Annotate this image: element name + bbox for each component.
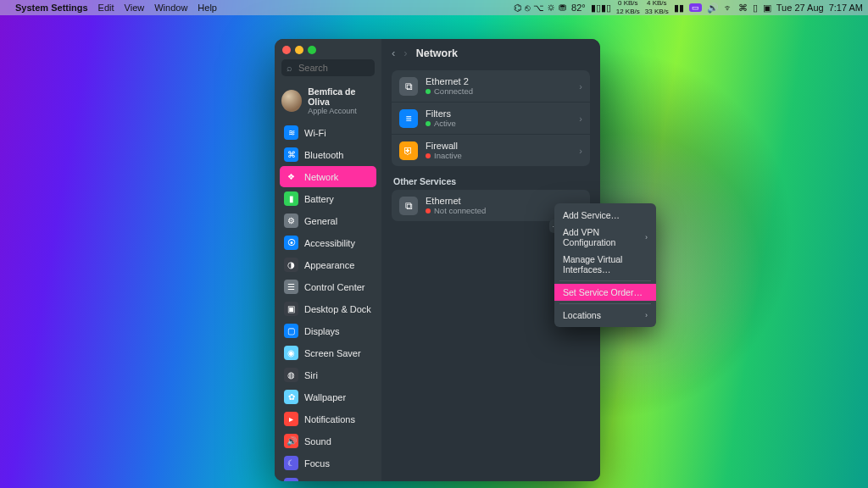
sidebar-item-appearance[interactable]: ◑Appearance — [280, 254, 376, 275]
sidebar-item-screen-saver[interactable]: ◉Screen Saver — [280, 342, 376, 363]
submenu-arrow-icon: › — [645, 311, 648, 319]
sidebar-item-control-center[interactable]: ☰Control Center — [280, 276, 376, 297]
search-input[interactable] — [297, 62, 368, 74]
wifi-icon[interactable]: ᯤ — [724, 3, 733, 13]
back-button[interactable]: ‹ — [392, 47, 395, 59]
service-row-filters[interactable]: ≡ Filters Active › — [392, 102, 590, 134]
submenu-arrow-icon: › — [645, 233, 648, 241]
menu-item-add-service-[interactable]: Add Service… — [554, 207, 656, 224]
sound-icon: 🔊 — [284, 434, 298, 448]
network-stats-2[interactable]: 4 KB/s33 KB/s — [645, 0, 669, 15]
sidebar-item-desktop-dock[interactable]: ▣Desktop & Dock — [280, 298, 376, 319]
menu-item-locations[interactable]: Locations› — [554, 307, 656, 324]
window-controls — [275, 39, 381, 59]
sidebar-item-focus[interactable]: ☾Focus — [280, 452, 376, 474]
sidebar-item-label: Displays — [304, 326, 340, 336]
settings-window: ⌕ Bemfica de Oliva Apple Account ≋Wi-Fi⌘… — [275, 39, 600, 481]
temperature-indicator[interactable]: 82° — [571, 3, 586, 13]
sidebar-item-sound[interactable]: 🔊Sound — [280, 430, 376, 452]
sidebar-item-label: Bluetooth — [304, 150, 343, 160]
wallpaper-icon: ✿ — [284, 390, 298, 404]
menubar-date[interactable]: Tue 27 Aug — [776, 3, 824, 13]
control-center-icon[interactable]: ⌘ — [738, 3, 748, 14]
service-label: Firewall — [426, 141, 462, 151]
menu-item-label: Add Service… — [563, 210, 620, 220]
battery-icon[interactable]: ▯ — [753, 3, 758, 14]
control-center-icon: ☰ — [284, 280, 298, 294]
sidebar-item-label: Accessibility — [304, 238, 355, 248]
sidebar-item-notifications[interactable]: ▸Notifications — [280, 408, 376, 430]
close-button[interactable] — [282, 46, 291, 54]
sidebar-item-bluetooth[interactable]: ⌘Bluetooth — [280, 144, 376, 165]
menu-view[interactable]: View — [125, 3, 145, 13]
service-label: Ethernet — [426, 196, 486, 206]
menu-edit[interactable]: Edit — [98, 3, 114, 13]
app-menu[interactable]: System Settings — [15, 3, 88, 13]
bluetooth-icon: ⌘ — [284, 147, 298, 162]
avatar — [281, 90, 302, 112]
sidebar-item-general[interactable]: ⚙General — [280, 210, 376, 231]
sidebar-item-siri[interactable]: ◍Siri — [280, 364, 376, 385]
sidebar-item-label: Screen Time — [304, 480, 357, 482]
menu-window[interactable]: Window — [154, 3, 187, 13]
sidebar-item-label: Notifications — [304, 414, 355, 424]
menu-item-manage-virtual-interfaces-[interactable]: Manage Virtual Interfaces… — [554, 251, 656, 278]
screen-saver-icon: ◉ — [284, 346, 298, 360]
sidebar-list: ≋Wi-Fi⌘Bluetooth❖Network▮Battery⚙General… — [275, 122, 381, 481]
menubar: System Settings Edit View Window Help ⌬ … — [0, 0, 868, 15]
sidebar-item-accessibility[interactable]: ⦿Accessibility — [280, 232, 376, 253]
siri-icon: ◍ — [284, 368, 298, 382]
menubar-time[interactable]: 7:17 AM — [829, 3, 863, 13]
screen-mirroring-icon[interactable]: ▣ — [763, 3, 771, 14]
status-dot-icon — [426, 208, 431, 214]
zoom-button[interactable] — [308, 46, 316, 54]
menu-help[interactable]: Help — [198, 3, 217, 13]
general-icon: ⚙ — [284, 214, 298, 228]
sidebar-item-displays[interactable]: ▢Displays — [280, 320, 376, 341]
other-services-header: Other Services — [392, 173, 590, 190]
menu-item-label: Set Service Order… — [563, 287, 643, 297]
service-row-firewall[interactable]: ⛨ Firewall Inactive › — [392, 134, 590, 166]
service-status: Inactive — [426, 151, 462, 160]
chevron-right-icon: › — [579, 114, 582, 124]
displays-icon: ▢ — [284, 324, 298, 338]
sidebar-item-label: Appearance — [304, 260, 354, 270]
status-icons-group[interactable]: ⌬ ⎋ ⌥ ⛭ ⛃ — [514, 3, 566, 14]
minimize-button[interactable] — [295, 46, 303, 54]
account-sub: Apple Account — [308, 107, 375, 115]
primary-services-card: ⧉ Ethernet 2 Connected ›≡ Filters Active… — [392, 70, 590, 166]
chevron-right-icon: › — [579, 146, 582, 156]
status-badge[interactable]: ▭ — [689, 3, 702, 12]
sidebar-item-wi-fi[interactable]: ≋Wi-Fi — [280, 122, 376, 143]
service-status: Connected — [426, 86, 473, 96]
forward-button[interactable]: › — [403, 47, 407, 59]
service-icon: ⧉ — [399, 197, 418, 215]
sidebar-item-battery[interactable]: ▮Battery — [280, 188, 376, 209]
notifications-icon: ▸ — [284, 412, 298, 426]
sidebar-item-label: Siri — [304, 370, 318, 380]
menu-item-add-vpn-configuration[interactable]: Add VPN Configuration› — [554, 224, 656, 251]
service-row-ethernet-2[interactable]: ⧉ Ethernet 2 Connected › — [392, 70, 590, 102]
service-status: Active — [426, 119, 456, 128]
memory-indicator-icon[interactable]: ▮▮ — [674, 3, 684, 14]
battery-bars-icon[interactable]: ▮▯▮▯ — [591, 3, 611, 14]
sidebar-item-label: Control Center — [304, 282, 365, 292]
sidebar-item-screen-time[interactable]: ⧗Screen Time — [280, 474, 376, 481]
network-stats-1[interactable]: 0 KB/s12 KB/s — [616, 0, 640, 15]
search-field[interactable]: ⌕ — [281, 59, 375, 76]
sidebar-item-network[interactable]: ❖Network — [280, 166, 376, 187]
menu-item-set-service-order-[interactable]: Set Service Order… — [554, 284, 656, 301]
service-status: Not connected — [426, 206, 486, 215]
sidebar-item-wallpaper[interactable]: ✿Wallpaper — [280, 386, 376, 408]
accessibility-icon: ⦿ — [284, 236, 298, 250]
menu-item-label: Manage Virtual Interfaces… — [563, 254, 648, 274]
sidebar-item-label: Battery — [304, 194, 334, 204]
apple-account-row[interactable]: Bemfica de Oliva Apple Account — [275, 83, 381, 122]
service-icon: ⛨ — [399, 141, 418, 160]
network-icon: ❖ — [284, 169, 298, 184]
menu-item-label: Add VPN Configuration — [563, 227, 645, 247]
battery-icon: ▮ — [284, 191, 298, 206]
status-dot-icon — [426, 153, 431, 158]
service-icon: ≡ — [399, 109, 418, 128]
volume-icon[interactable]: 🔊 — [707, 3, 719, 14]
